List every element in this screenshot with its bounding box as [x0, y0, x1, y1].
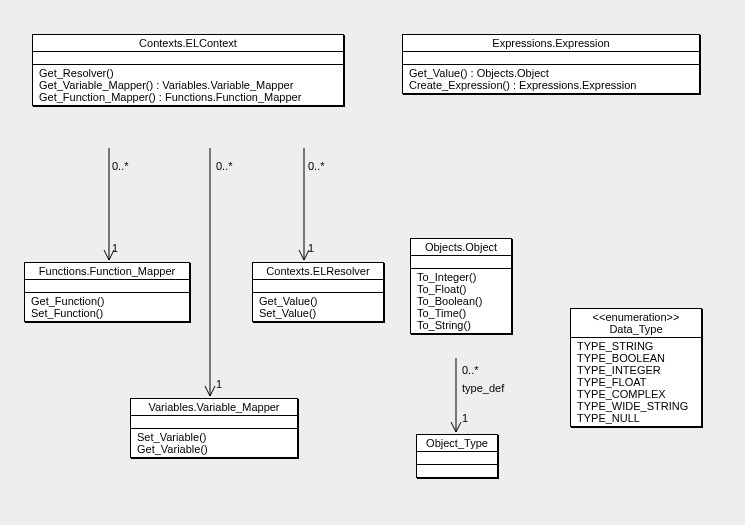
operations: To_Integer() To_Float() To_Boolean() To_…	[411, 269, 511, 333]
class-title: Functions.Function_Mapper	[25, 263, 189, 280]
attributes	[417, 452, 497, 465]
operation: To_Time()	[417, 307, 505, 319]
operations: Set_Variable() Get_Variable()	[131, 429, 297, 457]
class-objects-object: Objects.Object To_Integer() To_Float() T…	[410, 238, 512, 334]
class-title: Object_Type	[417, 435, 497, 452]
operation: Get_Value()	[259, 295, 377, 307]
operations: Get_Value() : Objects.Object Create_Expr…	[403, 65, 699, 93]
literal: TYPE_NULL	[577, 412, 695, 424]
literal: TYPE_INTEGER	[577, 364, 695, 376]
role-obj-type-label: type_def	[462, 382, 504, 394]
class-expression: Expressions.Expression Get_Value() : Obj…	[402, 34, 700, 94]
operation: Get_Variable_Mapper() : Variables.Variab…	[39, 79, 337, 91]
class-title: Variables.Variable_Mapper	[131, 399, 297, 416]
operation: Set_Value()	[259, 307, 377, 319]
operations: Get_Resolver() Get_Variable_Mapper() : V…	[33, 65, 343, 105]
mult-ctx-res-near: 0..*	[308, 160, 325, 172]
attributes	[25, 280, 189, 293]
operations: Get_Function() Set_Function()	[25, 293, 189, 321]
literal: TYPE_BOOLEAN	[577, 352, 695, 364]
operation: Get_Function_Mapper() : Functions.Functi…	[39, 91, 337, 103]
mult-obj-type-far: 1	[462, 412, 468, 424]
operation: Get_Function()	[31, 295, 183, 307]
class-el-resolver: Contexts.ELResolver Get_Value() Set_Valu…	[252, 262, 384, 322]
attributes	[33, 52, 343, 65]
class-title: Objects.Object	[411, 239, 511, 256]
enum-name: Data_Type	[577, 323, 695, 335]
stereotype: <<enumeration>>	[577, 311, 695, 323]
class-variable-mapper: Variables.Variable_Mapper Set_Variable()…	[130, 398, 298, 458]
operation: Set_Variable()	[137, 431, 291, 443]
class-title: Contexts.ELResolver	[253, 263, 383, 280]
class-function-mapper: Functions.Function_Mapper Get_Function()…	[24, 262, 190, 322]
mult-ctx-func-near: 0..*	[112, 160, 129, 172]
mult-ctx-var-near: 0..*	[216, 160, 233, 172]
operation: Create_Expression() : Expressions.Expres…	[409, 79, 693, 91]
literal: TYPE_WIDE_STRING	[577, 400, 695, 412]
mult-ctx-res-far: 1	[308, 242, 314, 254]
class-el-context: Contexts.ELContext Get_Resolver() Get_Va…	[32, 34, 344, 106]
operation: To_Boolean()	[417, 295, 505, 307]
operation: To_String()	[417, 319, 505, 331]
attributes	[411, 256, 511, 269]
mult-ctx-var-far: 1	[216, 378, 222, 390]
enum-data-type: <<enumeration>> Data_Type TYPE_STRING TY…	[570, 308, 702, 427]
operation: Get_Resolver()	[39, 67, 337, 79]
class-title: Expressions.Expression	[403, 35, 699, 52]
literals: TYPE_STRING TYPE_BOOLEAN TYPE_INTEGER TY…	[571, 338, 701, 426]
operation: Set_Function()	[31, 307, 183, 319]
mult-ctx-func-far: 1	[112, 242, 118, 254]
operation: To_Float()	[417, 283, 505, 295]
mult-obj-type-near: 0..*	[462, 364, 479, 376]
operations	[417, 465, 497, 477]
literal: TYPE_STRING	[577, 340, 695, 352]
operation: Get_Variable()	[137, 443, 291, 455]
operation: To_Integer()	[417, 271, 505, 283]
class-title: Contexts.ELContext	[33, 35, 343, 52]
operations: Get_Value() Set_Value()	[253, 293, 383, 321]
operation: Get_Value() : Objects.Object	[409, 67, 693, 79]
class-title: <<enumeration>> Data_Type	[571, 309, 701, 338]
literal: TYPE_COMPLEX	[577, 388, 695, 400]
attributes	[403, 52, 699, 65]
attributes	[253, 280, 383, 293]
literal: TYPE_FLOAT	[577, 376, 695, 388]
class-object-type: Object_Type	[416, 434, 498, 478]
attributes	[131, 416, 297, 429]
